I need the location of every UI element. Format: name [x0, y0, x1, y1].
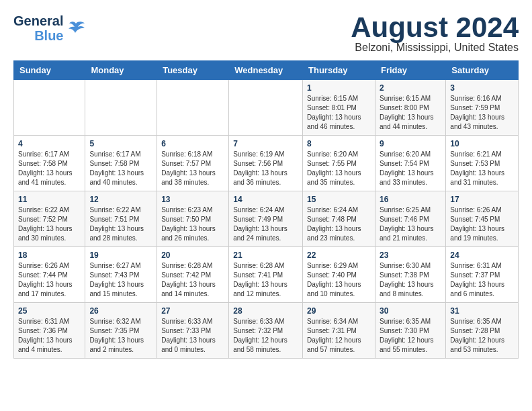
day-info: Sunrise: 6:33 AM Sunset: 7:32 PM Dayligh…	[233, 317, 298, 355]
day-number: 25	[18, 306, 81, 316]
day-number: 3	[450, 83, 514, 93]
calendar-week-row: 11Sunrise: 6:22 AM Sunset: 7:52 PM Dayli…	[14, 191, 519, 247]
calendar-cell: 25Sunrise: 6:31 AM Sunset: 7:36 PM Dayli…	[14, 303, 85, 359]
day-info: Sunrise: 6:23 AM Sunset: 7:50 PM Dayligh…	[161, 205, 224, 243]
day-number: 4	[18, 139, 81, 148]
calendar-cell: 3Sunrise: 6:16 AM Sunset: 7:59 PM Daylig…	[446, 80, 519, 136]
day-number: 23	[380, 250, 441, 260]
header-day: Sunday	[14, 61, 85, 80]
day-number: 26	[89, 306, 152, 316]
calendar-cell: 2Sunrise: 6:15 AM Sunset: 8:00 PM Daylig…	[375, 80, 445, 136]
location: Belzoni, Mississippi, United States	[351, 42, 519, 54]
calendar-week-row: 4Sunrise: 6:17 AM Sunset: 7:58 PM Daylig…	[14, 136, 519, 191]
day-number: 16	[380, 195, 441, 204]
month-title: August 2024	[351, 13, 519, 42]
calendar-table: SundayMondayTuesdayWednesdayThursdayFrid…	[13, 60, 519, 359]
day-info: Sunrise: 6:19 AM Sunset: 7:56 PM Dayligh…	[233, 150, 298, 187]
day-number: 30	[380, 306, 441, 316]
day-info: Sunrise: 6:17 AM Sunset: 7:58 PM Dayligh…	[89, 150, 152, 187]
calendar-cell: 13Sunrise: 6:23 AM Sunset: 7:50 PM Dayli…	[157, 191, 229, 247]
day-number: 7	[233, 139, 298, 148]
calendar-cell: 27Sunrise: 6:33 AM Sunset: 7:33 PM Dayli…	[157, 303, 229, 359]
calendar-week-row: 18Sunrise: 6:26 AM Sunset: 7:44 PM Dayli…	[14, 247, 519, 303]
day-number: 6	[161, 139, 224, 148]
day-number: 31	[450, 306, 514, 316]
day-info: Sunrise: 6:31 AM Sunset: 7:37 PM Dayligh…	[450, 261, 514, 299]
day-info: Sunrise: 6:28 AM Sunset: 7:41 PM Dayligh…	[233, 261, 298, 299]
title-block: August 2024 Belzoni, Mississippi, United…	[351, 13, 519, 54]
calendar-cell: 4Sunrise: 6:17 AM Sunset: 7:58 PM Daylig…	[14, 136, 85, 191]
calendar-cell: 17Sunrise: 6:26 AM Sunset: 7:45 PM Dayli…	[446, 191, 519, 247]
calendar-cell: 8Sunrise: 6:20 AM Sunset: 7:55 PM Daylig…	[303, 136, 375, 191]
calendar-cell: 1Sunrise: 6:15 AM Sunset: 8:01 PM Daylig…	[303, 80, 375, 136]
calendar-cell: 6Sunrise: 6:18 AM Sunset: 7:57 PM Daylig…	[157, 136, 229, 191]
calendar-cell: 30Sunrise: 6:35 AM Sunset: 7:30 PM Dayli…	[375, 303, 445, 359]
day-info: Sunrise: 6:24 AM Sunset: 7:48 PM Dayligh…	[307, 205, 371, 243]
calendar-cell: 7Sunrise: 6:19 AM Sunset: 7:56 PM Daylig…	[229, 136, 303, 191]
logo-line1: General	[13, 13, 63, 28]
day-info: Sunrise: 6:22 AM Sunset: 7:51 PM Dayligh…	[89, 205, 152, 243]
day-number: 13	[161, 195, 224, 204]
day-info: Sunrise: 6:27 AM Sunset: 7:43 PM Dayligh…	[89, 261, 152, 299]
calendar-cell: 28Sunrise: 6:33 AM Sunset: 7:32 PM Dayli…	[229, 303, 303, 359]
day-number: 21	[233, 250, 298, 260]
calendar-cell: 14Sunrise: 6:24 AM Sunset: 7:49 PM Dayli…	[229, 191, 303, 247]
calendar-cell: 20Sunrise: 6:28 AM Sunset: 7:42 PM Dayli…	[157, 247, 229, 303]
calendar-cell	[85, 80, 157, 136]
day-info: Sunrise: 6:21 AM Sunset: 7:53 PM Dayligh…	[450, 150, 514, 187]
header-row: SundayMondayTuesdayWednesdayThursdayFrid…	[14, 61, 519, 80]
calendar-cell: 23Sunrise: 6:30 AM Sunset: 7:38 PM Dayli…	[375, 247, 445, 303]
calendar-week-row: 1Sunrise: 6:15 AM Sunset: 8:01 PM Daylig…	[14, 80, 519, 136]
day-number: 2	[380, 83, 441, 93]
day-info: Sunrise: 6:17 AM Sunset: 7:58 PM Dayligh…	[18, 150, 81, 187]
day-info: Sunrise: 6:26 AM Sunset: 7:45 PM Dayligh…	[450, 205, 514, 243]
day-info: Sunrise: 6:16 AM Sunset: 7:59 PM Dayligh…	[450, 94, 514, 132]
day-info: Sunrise: 6:18 AM Sunset: 7:57 PM Dayligh…	[161, 150, 224, 187]
calendar-cell	[229, 80, 303, 136]
day-info: Sunrise: 6:29 AM Sunset: 7:40 PM Dayligh…	[307, 261, 371, 299]
calendar-cell: 10Sunrise: 6:21 AM Sunset: 7:53 PM Dayli…	[446, 136, 519, 191]
day-info: Sunrise: 6:20 AM Sunset: 7:54 PM Dayligh…	[380, 150, 441, 187]
calendar-cell	[14, 80, 85, 136]
day-number: 29	[307, 306, 371, 316]
calendar-cell: 12Sunrise: 6:22 AM Sunset: 7:51 PM Dayli…	[85, 191, 157, 247]
day-info: Sunrise: 6:26 AM Sunset: 7:44 PM Dayligh…	[18, 261, 81, 299]
logo-line2: Blue	[34, 28, 63, 43]
day-info: Sunrise: 6:35 AM Sunset: 7:28 PM Dayligh…	[450, 317, 514, 355]
day-number: 10	[450, 139, 514, 148]
day-number: 28	[233, 306, 298, 316]
calendar-cell: 29Sunrise: 6:34 AM Sunset: 7:31 PM Dayli…	[303, 303, 375, 359]
header-day: Wednesday	[229, 61, 303, 80]
day-number: 27	[161, 306, 224, 316]
day-info: Sunrise: 6:15 AM Sunset: 8:00 PM Dayligh…	[380, 94, 441, 132]
day-number: 14	[233, 195, 298, 204]
calendar-cell: 24Sunrise: 6:31 AM Sunset: 7:37 PM Dayli…	[446, 247, 519, 303]
calendar-cell: 21Sunrise: 6:28 AM Sunset: 7:41 PM Dayli…	[229, 247, 303, 303]
page-header: General Blue August 2024 Belzoni, Missis…	[13, 13, 519, 54]
day-number: 11	[18, 195, 81, 204]
day-number: 1	[307, 83, 371, 93]
day-number: 18	[18, 250, 81, 260]
day-number: 22	[307, 250, 371, 260]
day-number: 15	[307, 195, 371, 204]
day-info: Sunrise: 6:15 AM Sunset: 8:01 PM Dayligh…	[307, 94, 371, 132]
day-info: Sunrise: 6:34 AM Sunset: 7:31 PM Dayligh…	[307, 317, 371, 355]
day-info: Sunrise: 6:22 AM Sunset: 7:52 PM Dayligh…	[18, 205, 81, 243]
day-number: 20	[161, 250, 224, 260]
day-info: Sunrise: 6:30 AM Sunset: 7:38 PM Dayligh…	[380, 261, 441, 299]
header-day: Saturday	[446, 61, 519, 80]
header-day: Tuesday	[157, 61, 229, 80]
logo-bird-icon	[66, 18, 86, 38]
day-number: 19	[89, 250, 152, 260]
header-day: Thursday	[303, 61, 375, 80]
day-info: Sunrise: 6:31 AM Sunset: 7:36 PM Dayligh…	[18, 317, 81, 355]
calendar-week-row: 25Sunrise: 6:31 AM Sunset: 7:36 PM Dayli…	[14, 303, 519, 359]
calendar-cell	[157, 80, 229, 136]
header-day: Monday	[85, 61, 157, 80]
calendar-cell: 18Sunrise: 6:26 AM Sunset: 7:44 PM Dayli…	[14, 247, 85, 303]
day-number: 17	[450, 195, 514, 204]
day-number: 24	[450, 250, 514, 260]
calendar-cell: 19Sunrise: 6:27 AM Sunset: 7:43 PM Dayli…	[85, 247, 157, 303]
calendar-cell: 11Sunrise: 6:22 AM Sunset: 7:52 PM Dayli…	[14, 191, 85, 247]
day-info: Sunrise: 6:33 AM Sunset: 7:33 PM Dayligh…	[161, 317, 224, 355]
